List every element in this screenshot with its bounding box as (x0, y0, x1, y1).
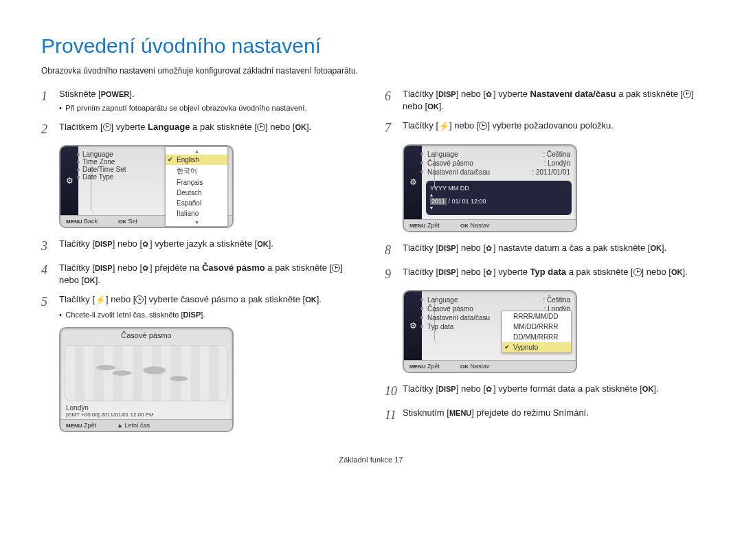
list-item[interactable]: DD/MM/RRRR (502, 332, 571, 342)
timer-icon (683, 90, 691, 98)
timer-icon (479, 122, 487, 130)
step-4: 4 Tlačítky [DISP] nebo [] přejděte na Ča… (41, 262, 357, 287)
power-label: POWER (101, 90, 130, 98)
step-11: 11 Stisknutím [MENU] přejdete do režimu … (385, 407, 701, 424)
step-8: 8 Tlačítky [DISP] nebo [] nastavte datum… (385, 242, 701, 259)
macro-icon (486, 91, 493, 98)
page-intro: Obrazovka úvodního nastavení umožňuje ko… (41, 66, 701, 76)
timer-icon (103, 123, 111, 131)
gear-icon: ⚙ (409, 321, 417, 331)
list-item[interactable]: Español (166, 198, 227, 208)
lcd-timezone: Časové pásmo Londýn [GMT +00:00] 2011/01… (59, 327, 234, 432)
list-item[interactable]: Vypnuto (502, 342, 571, 352)
timer-icon (633, 268, 642, 276)
flash-icon: ⚡ (438, 120, 449, 133)
lcd-language: ⚙ Language Time Zone Date/Time Set Date … (59, 145, 234, 228)
step-2: 2 Tlačítkem [] vyberte Language a pak st… (41, 121, 357, 138)
step-7: 7 Tlačítky [⚡] nebo [] vyberte požadovan… (385, 120, 701, 137)
step-9: 9 Tlačítky [DISP] nebo [] vyberte Typ da… (385, 266, 701, 283)
timer-icon (332, 264, 340, 272)
world-map (65, 345, 228, 401)
macro-icon (486, 245, 493, 252)
step-5-note: Chcete-li zvolit letní čas, stiskněte [D… (67, 310, 357, 320)
macro-icon (142, 265, 150, 272)
page-footer: Základní funkce 17 (41, 456, 701, 464)
step-1: 1 Stiskněte [POWER]. Při prvním zapnutí … (41, 88, 357, 114)
gear-icon: ⚙ (409, 177, 417, 187)
macro-icon (486, 269, 493, 276)
timer-icon (257, 123, 265, 131)
list-item[interactable]: 한국어 (166, 165, 227, 177)
step-5: 5 Tlačítky [⚡] nebo [] vyberte časové pá… (41, 293, 357, 320)
step-3: 3 Tlačítky [DISP] nebo [] vyberte jazyk … (41, 238, 357, 255)
list-item[interactable]: Deutsch (166, 188, 227, 198)
datetype-dropdown[interactable]: RRRR/MM/DD MM/DD/RRRR DD/MM/RRRR Vypnuto (502, 311, 572, 353)
flash-icon: ⚡ (95, 294, 106, 306)
timer-icon (135, 295, 144, 304)
step-10: 10 Tlačítky [DISP] nebo [] vyberte formá… (385, 383, 701, 400)
list-item[interactable]: RRRR/MM/DD (502, 311, 571, 322)
lcd-datetime: ⚙ Language: Čeština Časové pásmo: Londýn… (403, 144, 577, 232)
step-6: 6 Tlačítky [DISP] nebo [] vyberte Nastav… (385, 88, 701, 113)
list-item[interactable]: Italiano (166, 208, 227, 219)
list-item[interactable]: Français (166, 177, 227, 188)
list-item[interactable]: English (166, 155, 227, 165)
gear-icon: ⚙ (66, 176, 74, 186)
page-title: Provedení úvodního nastavení (41, 34, 701, 58)
lcd-datetype: ⚙ Language: Čeština Časové pásmo: Londýn… (403, 290, 577, 373)
macro-icon (486, 385, 493, 393)
list-item[interactable]: MM/DD/RRRR (502, 322, 571, 332)
date-editor[interactable]: YYYY MM DD ▴ 2011 / 01/ 01 12:00 ▾ (426, 181, 572, 215)
macro-icon (142, 240, 150, 248)
step-1-note: Při prvním zapnutí fotoaparátu se objeví… (67, 103, 357, 113)
language-dropdown[interactable]: ▴ English 한국어 Français Deutsch Español I… (165, 146, 228, 227)
